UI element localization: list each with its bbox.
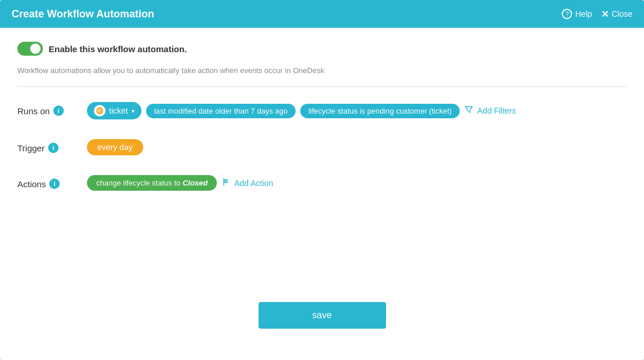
close-label: Close [612,9,632,19]
action-middle: lifecycle status [123,179,172,187]
trigger-label: Trigger [17,143,45,153]
add-action-button[interactable]: Add Action [221,177,273,189]
modal-body: Enable this workflow automation. Workflo… [0,28,644,360]
modal-header: Create Workflow Automation ? Help ✕ Clos… [0,0,644,28]
enable-toggle[interactable] [17,42,43,56]
help-icon: ? [562,9,572,19]
add-filter-label: Add Filters [477,106,516,115]
runs-on-row: Runs on i ticket ▾ last [17,102,627,119]
close-button[interactable]: ✕ Close [601,9,632,20]
flag-icon [221,177,231,189]
help-button[interactable]: ? Help [562,9,592,19]
filter-pill-2[interactable]: lifecycle status is pending customer (ti… [300,104,460,118]
header-actions: ? Help ✕ Close [562,9,632,20]
modal-container: Create Workflow Automation ? Help ✕ Clos… [0,0,644,360]
save-button[interactable]: save [259,302,386,329]
actions-info-icon[interactable]: i [49,179,60,189]
enable-row: Enable this workflow automation. [17,42,627,56]
close-icon: ✕ [601,9,609,20]
modal-title: Create Workflow Automation [12,8,154,20]
description-text: Workflow automations allow you to automa… [17,66,627,75]
save-row: save [17,290,627,346]
runs-on-label: Runs on [17,106,50,116]
trigger-content: every day [87,139,627,155]
ticket-label: ticket [109,106,128,115]
filter-pill-1[interactable]: last modified date older than 7 days ago [146,104,296,118]
actions-label-group: Actions i [17,175,75,189]
action-to: to [172,179,183,187]
enable-label: Enable this workflow automation. [49,44,187,54]
ticket-icon [94,105,105,117]
ticket-dropdown[interactable]: ticket ▾ [87,102,141,119]
trigger-label-group: Trigger i [17,139,75,153]
trigger-info-icon[interactable]: i [48,143,59,153]
runs-on-label-group: Runs on i [17,102,75,116]
help-label: Help [575,9,592,19]
trigger-pill[interactable]: every day [87,139,143,155]
action-value: Closed [183,179,208,187]
actions-label: Actions [17,179,46,189]
runs-on-content: ticket ▾ last modified date older than 7… [87,102,627,119]
runs-on-info-icon[interactable]: i [53,106,64,116]
trigger-row: Trigger i every day [17,139,627,155]
actions-content: change lifecycle status to Closed Add Ac… [87,175,627,191]
filter-icon [464,105,474,117]
action-pill[interactable]: change lifecycle status to Closed [87,175,217,191]
action-prefix: change [96,179,123,187]
actions-row: Actions i change lifecycle status to Clo… [17,175,627,191]
add-action-label: Add Action [234,179,273,188]
add-filter-button[interactable]: Add Filters [464,105,516,117]
divider [17,86,627,87]
chevron-down-icon: ▾ [132,108,134,114]
